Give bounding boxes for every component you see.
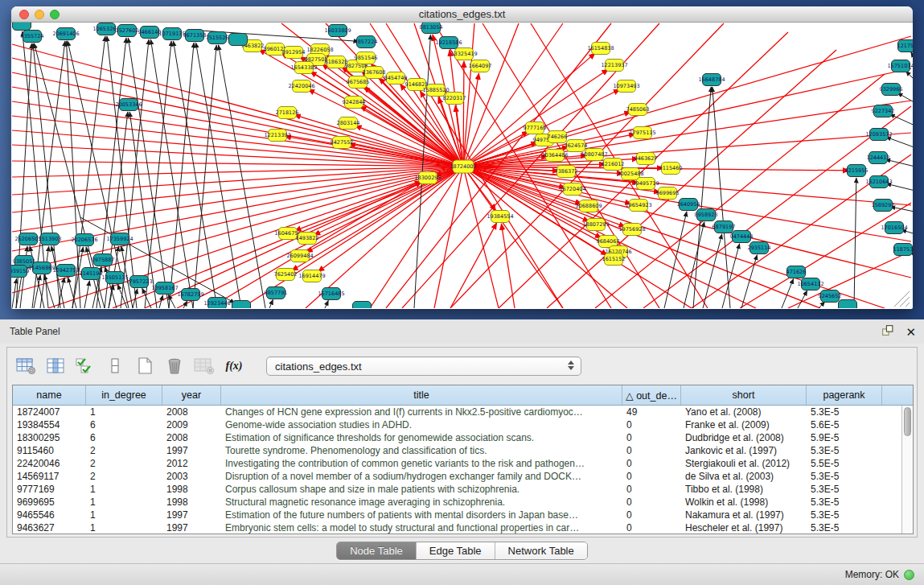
graph-node[interactable]: 16154838 — [587, 43, 614, 55]
graph-node[interactable]: 19654923 — [625, 200, 651, 212]
graph-node[interactable]: 17957223 — [125, 276, 152, 288]
graph-node[interactable]: 1664097 — [469, 60, 492, 72]
graph-node[interactable]: 1145194 — [80, 268, 103, 280]
red-edge[interactable] — [463, 68, 911, 167]
tab-network-table[interactable]: Network Table — [495, 542, 587, 559]
graph-node[interactable]: 2718126 — [276, 107, 299, 119]
black-edge[interactable] — [51, 246, 64, 308]
red-edge[interactable] — [463, 73, 479, 167]
new-file-button[interactable] — [134, 356, 155, 376]
graph-node[interactable]: 9699695 — [656, 187, 680, 200]
red-edge[interactable] — [463, 167, 849, 171]
table-row[interactable]: 2242004622012Investigating the contribut… — [13, 457, 901, 470]
graph-node[interactable]: 1244413 — [867, 152, 890, 164]
graph-node[interactable]: 20691406 — [52, 28, 79, 40]
graph-node[interactable]: 7386372 — [555, 166, 578, 178]
graph-node[interactable]: 15751074 — [887, 60, 913, 72]
black-edge[interactable] — [173, 41, 217, 308]
graph-hub-node[interactable]: 18724007 — [450, 160, 476, 173]
graph-node[interactable]: 8220317 — [443, 93, 466, 105]
graph-node[interactable] — [229, 34, 248, 46]
delete-button[interactable] — [164, 356, 185, 376]
column-header-short[interactable]: short — [681, 385, 807, 405]
graph-node[interactable]: 19218586 — [435, 37, 462, 49]
column-header-out_de[interactable]: △ out_de… — [622, 385, 681, 405]
graph-node[interactable] — [839, 300, 857, 309]
network-canvas[interactable]: 1872400774638228960122891295418226058982… — [11, 23, 913, 308]
select-all-button[interactable] — [75, 356, 96, 376]
graph-node[interactable]: 6216012 — [602, 159, 625, 171]
graph-node[interactable]: 9115460 — [659, 163, 683, 175]
graph-node[interactable]: 16914479 — [298, 270, 325, 282]
graph-node[interactable]: 9466140 — [138, 27, 162, 39]
tab-node-table[interactable]: Node Table — [337, 542, 417, 559]
graph-node[interactable]: 6879197 — [713, 221, 736, 233]
graph-node[interactable]: 12093572 — [865, 129, 892, 141]
graph-node[interactable]: 8939159 — [11, 266, 29, 278]
float-panel-button[interactable] — [881, 324, 894, 340]
resize-grip-icon[interactable] — [906, 303, 910, 307]
black-edge[interactable] — [854, 178, 856, 308]
graph-node[interactable]: 9463627 — [634, 153, 658, 165]
table-scrollbar[interactable] — [901, 406, 913, 534]
graph-node[interactable]: 1513903 — [39, 233, 62, 245]
graph-node[interactable]: 9857791 — [265, 287, 288, 299]
columns-button[interactable] — [45, 356, 66, 376]
graph-node[interactable]: 3624574 — [565, 140, 588, 152]
red-edge[interactable] — [12, 167, 463, 177]
graph-node[interactable]: 9227342 — [872, 105, 895, 117]
graph-node[interactable]: 9671358 — [183, 30, 207, 42]
table-row[interactable]: 946362711997Embryonic stem cells: a mode… — [13, 521, 901, 534]
black-edge[interactable] — [193, 45, 216, 308]
column-header-year[interactable]: year — [162, 385, 221, 405]
black-edge[interactable] — [885, 137, 913, 149]
graph-node[interactable]: 19756928 — [618, 224, 645, 236]
graph-node[interactable]: 12923446 — [203, 298, 230, 309]
graph-node[interactable]: 746266 — [548, 131, 568, 143]
graph-node[interactable]: 8215955 — [845, 165, 869, 177]
graph-node[interactable]: 7515526 — [206, 32, 229, 44]
graph-node[interactable]: 16720404 — [559, 183, 585, 196]
red-edge[interactable] — [463, 61, 464, 167]
table-row[interactable]: 911546021997Tourette syndrome. Phenomeno… — [13, 444, 901, 457]
red-edge[interactable] — [12, 167, 463, 232]
row-height-button[interactable] — [105, 356, 125, 376]
graph-node[interactable]: 13325419 — [450, 48, 477, 60]
black-edge[interactable] — [12, 278, 17, 308]
graph-node[interactable]: 8912954 — [282, 47, 306, 59]
table-row[interactable]: 1872400712008Changes of HCN gene express… — [13, 406, 901, 418]
graph-node[interactable]: 8454749 — [384, 72, 408, 84]
column-header-title[interactable]: title — [221, 385, 622, 405]
red-edge[interactable] — [12, 167, 463, 272]
column-header-name[interactable]: name — [13, 385, 86, 405]
graph-node[interactable]: 16648784 — [698, 74, 725, 86]
table-options-button[interactable] — [15, 356, 36, 376]
graph-node[interactable]: 12213393 — [264, 130, 290, 142]
graph-node[interactable]: 1589297 — [872, 200, 895, 212]
graph-node[interactable]: 471626 — [786, 266, 807, 278]
table-row[interactable]: 1830029562008Estimation of significance … — [13, 431, 901, 444]
black-edge[interactable] — [897, 93, 913, 105]
graph-node[interactable]: 17016504 — [881, 222, 907, 234]
red-edge[interactable] — [12, 167, 463, 195]
black-edge[interactable] — [713, 87, 730, 308]
red-edge[interactable] — [209, 182, 421, 308]
import-table-button[interactable] — [194, 356, 215, 376]
graph-node[interactable]: 9474444 — [730, 231, 754, 243]
graph-node[interactable]: 10719135 — [158, 28, 185, 40]
graph-node[interactable]: 1527602 — [116, 25, 139, 37]
graph-node[interactable]: 16210643 — [865, 176, 892, 188]
graph-node[interactable]: 7625402 — [274, 269, 298, 281]
red-edge[interactable] — [177, 167, 463, 308]
graph-node[interactable]: 17975115 — [629, 127, 655, 139]
graph-node[interactable]: 9851546 — [355, 52, 378, 64]
graph-node[interactable]: 19384554 — [487, 211, 513, 223]
table-row[interactable]: 977716911998Corpus callosum shape and si… — [13, 483, 901, 496]
resize-grip-icon[interactable] — [900, 297, 910, 307]
graph-node[interactable]: 8813054 — [420, 23, 443, 34]
graph-node[interactable]: 7857224 — [355, 36, 378, 48]
black-edge[interactable] — [906, 71, 913, 84]
graph-node[interactable]: 121753 — [897, 40, 913, 52]
red-edge[interactable] — [463, 133, 911, 167]
graph-node[interactable]: 9355724 — [21, 31, 44, 43]
